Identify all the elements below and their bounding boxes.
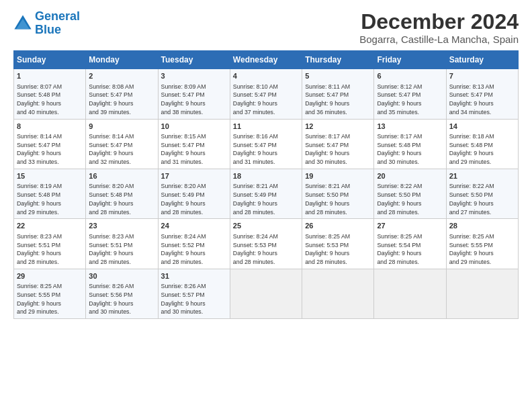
cell-info: Sunrise: 8:26 AM Sunset: 5:56 PM Dayligh… — [89, 282, 154, 316]
col-header-wednesday: Wednesday — [230, 51, 302, 69]
day-number: 29 — [17, 271, 83, 281]
week-row-4: 22Sunrise: 8:23 AM Sunset: 5:51 PM Dayli… — [14, 219, 519, 269]
week-row-1: 1Sunrise: 8:07 AM Sunset: 5:48 PM Daylig… — [14, 69, 519, 119]
col-header-friday: Friday — [374, 51, 446, 69]
day-number: 6 — [377, 71, 443, 81]
cell-3-5: 19Sunrise: 8:21 AM Sunset: 5:50 PM Dayli… — [302, 169, 374, 218]
cell-info: Sunrise: 8:10 AM Sunset: 5:47 PM Dayligh… — [233, 83, 299, 117]
day-number: 23 — [89, 221, 154, 231]
day-number: 14 — [449, 122, 515, 132]
calendar-table: SundayMondayTuesdayWednesdayThursdayFrid… — [13, 50, 519, 319]
day-number: 1 — [17, 71, 83, 81]
cell-5-3: 31Sunrise: 8:26 AM Sunset: 5:57 PM Dayli… — [158, 269, 230, 318]
logo-line2: Blue — [35, 23, 61, 36]
cell-2-4: 11Sunrise: 8:16 AM Sunset: 5:47 PM Dayli… — [230, 119, 302, 169]
cell-info: Sunrise: 8:26 AM Sunset: 5:57 PM Dayligh… — [161, 282, 227, 316]
cell-4-2: 23Sunrise: 8:23 AM Sunset: 5:51 PM Dayli… — [86, 219, 158, 269]
cell-1-6: 6Sunrise: 8:12 AM Sunset: 5:47 PM Daylig… — [374, 69, 446, 119]
cell-3-4: 18Sunrise: 8:21 AM Sunset: 5:49 PM Dayli… — [230, 169, 302, 218]
cell-info: Sunrise: 8:14 AM Sunset: 5:47 PM Dayligh… — [17, 132, 83, 167]
cell-info: Sunrise: 8:17 AM Sunset: 5:47 PM Dayligh… — [305, 132, 371, 167]
cell-5-7 — [446, 269, 518, 318]
day-number: 26 — [305, 221, 371, 231]
day-number: 17 — [161, 171, 227, 181]
day-number: 5 — [305, 71, 371, 81]
cell-1-2: 2Sunrise: 8:08 AM Sunset: 5:47 PM Daylig… — [86, 69, 158, 119]
cell-3-6: 20Sunrise: 8:22 AM Sunset: 5:50 PM Dayli… — [374, 169, 446, 218]
week-row-2: 8Sunrise: 8:14 AM Sunset: 5:47 PM Daylig… — [14, 119, 519, 169]
cell-info: Sunrise: 8:25 AM Sunset: 5:55 PM Dayligh… — [17, 282, 83, 316]
cell-info: Sunrise: 8:08 AM Sunset: 5:47 PM Dayligh… — [89, 83, 154, 117]
cell-4-5: 26Sunrise: 8:25 AM Sunset: 5:53 PM Dayli… — [302, 219, 374, 269]
cell-info: Sunrise: 8:25 AM Sunset: 5:53 PM Dayligh… — [305, 232, 371, 267]
cell-2-3: 10Sunrise: 8:15 AM Sunset: 5:47 PM Dayli… — [158, 119, 230, 169]
day-number: 9 — [89, 122, 154, 132]
cell-5-4 — [230, 269, 302, 318]
header-row: SundayMondayTuesdayWednesdayThursdayFrid… — [14, 51, 519, 69]
day-number: 12 — [305, 122, 371, 132]
cell-info: Sunrise: 8:09 AM Sunset: 5:47 PM Dayligh… — [161, 83, 227, 117]
cell-info: Sunrise: 8:15 AM Sunset: 5:47 PM Dayligh… — [161, 132, 227, 167]
cell-info: Sunrise: 8:11 AM Sunset: 5:47 PM Dayligh… — [305, 83, 371, 117]
day-number: 3 — [161, 71, 227, 81]
cell-1-1: 1Sunrise: 8:07 AM Sunset: 5:48 PM Daylig… — [14, 69, 86, 119]
cell-1-3: 3Sunrise: 8:09 AM Sunset: 5:47 PM Daylig… — [158, 69, 230, 119]
cell-info: Sunrise: 8:16 AM Sunset: 5:47 PM Dayligh… — [233, 132, 299, 167]
cell-3-7: 21Sunrise: 8:22 AM Sunset: 5:50 PM Dayli… — [446, 169, 518, 218]
cell-3-2: 16Sunrise: 8:20 AM Sunset: 5:48 PM Dayli… — [86, 169, 158, 218]
cell-info: Sunrise: 8:23 AM Sunset: 5:51 PM Dayligh… — [17, 232, 83, 267]
cell-info: Sunrise: 8:20 AM Sunset: 5:48 PM Dayligh… — [89, 182, 154, 216]
logo-icon — [13, 14, 32, 33]
day-number: 19 — [305, 171, 371, 181]
cell-info: Sunrise: 8:19 AM Sunset: 5:48 PM Dayligh… — [17, 182, 83, 216]
cell-info: Sunrise: 8:12 AM Sunset: 5:47 PM Dayligh… — [377, 83, 443, 117]
cell-5-6 — [374, 269, 446, 318]
cell-4-7: 28Sunrise: 8:25 AM Sunset: 5:55 PM Dayli… — [446, 219, 518, 269]
cell-info: Sunrise: 8:24 AM Sunset: 5:53 PM Dayligh… — [233, 232, 299, 267]
col-header-monday: Monday — [86, 51, 158, 69]
week-row-3: 15Sunrise: 8:19 AM Sunset: 5:48 PM Dayli… — [14, 169, 519, 218]
cell-3-3: 17Sunrise: 8:20 AM Sunset: 5:49 PM Dayli… — [158, 169, 230, 218]
day-number: 15 — [17, 171, 83, 181]
cell-2-6: 13Sunrise: 8:17 AM Sunset: 5:48 PM Dayli… — [374, 119, 446, 169]
day-number: 4 — [233, 71, 299, 81]
col-header-thursday: Thursday — [302, 51, 374, 69]
cell-5-2: 30Sunrise: 8:26 AM Sunset: 5:56 PM Dayli… — [86, 269, 158, 318]
day-number: 31 — [161, 271, 227, 281]
cell-info: Sunrise: 8:22 AM Sunset: 5:50 PM Dayligh… — [377, 182, 443, 216]
cell-1-5: 5Sunrise: 8:11 AM Sunset: 5:47 PM Daylig… — [302, 69, 374, 119]
col-header-sunday: Sunday — [14, 51, 86, 69]
cell-4-6: 27Sunrise: 8:25 AM Sunset: 5:54 PM Dayli… — [374, 219, 446, 269]
cell-info: Sunrise: 8:25 AM Sunset: 5:55 PM Dayligh… — [449, 232, 515, 267]
cell-2-2: 9Sunrise: 8:14 AM Sunset: 5:47 PM Daylig… — [86, 119, 158, 169]
cell-info: Sunrise: 8:14 AM Sunset: 5:47 PM Dayligh… — [89, 132, 154, 167]
day-number: 30 — [89, 271, 154, 281]
page: General Blue December 2024 Bogarra, Cast… — [0, 0, 532, 411]
cell-5-5 — [302, 269, 374, 318]
cell-info: Sunrise: 8:17 AM Sunset: 5:48 PM Dayligh… — [377, 132, 443, 167]
day-number: 21 — [449, 171, 515, 181]
cell-2-1: 8Sunrise: 8:14 AM Sunset: 5:47 PM Daylig… — [14, 119, 86, 169]
col-header-tuesday: Tuesday — [158, 51, 230, 69]
day-number: 2 — [89, 71, 154, 81]
cell-info: Sunrise: 8:18 AM Sunset: 5:48 PM Dayligh… — [449, 132, 515, 167]
cell-2-7: 14Sunrise: 8:18 AM Sunset: 5:48 PM Dayli… — [446, 119, 518, 169]
cell-4-3: 24Sunrise: 8:24 AM Sunset: 5:52 PM Dayli… — [158, 219, 230, 269]
main-title: December 2024 — [359, 10, 519, 34]
day-number: 28 — [449, 221, 515, 231]
day-number: 16 — [89, 171, 154, 181]
cell-1-7: 7Sunrise: 8:13 AM Sunset: 5:47 PM Daylig… — [446, 69, 518, 119]
cell-info: Sunrise: 8:07 AM Sunset: 5:48 PM Dayligh… — [17, 83, 83, 117]
day-number: 25 — [233, 221, 299, 231]
cell-4-1: 22Sunrise: 8:23 AM Sunset: 5:51 PM Dayli… — [14, 219, 86, 269]
logo-line1: General — [35, 9, 80, 23]
day-number: 13 — [377, 122, 443, 132]
cell-info: Sunrise: 8:21 AM Sunset: 5:49 PM Dayligh… — [233, 182, 299, 216]
cell-1-4: 4Sunrise: 8:10 AM Sunset: 5:47 PM Daylig… — [230, 69, 302, 119]
cell-3-1: 15Sunrise: 8:19 AM Sunset: 5:48 PM Dayli… — [14, 169, 86, 218]
cell-4-4: 25Sunrise: 8:24 AM Sunset: 5:53 PM Dayli… — [230, 219, 302, 269]
day-number: 27 — [377, 221, 443, 231]
week-row-5: 29Sunrise: 8:25 AM Sunset: 5:55 PM Dayli… — [14, 269, 519, 318]
cell-info: Sunrise: 8:24 AM Sunset: 5:52 PM Dayligh… — [161, 232, 227, 267]
logo: General Blue — [13, 10, 80, 37]
